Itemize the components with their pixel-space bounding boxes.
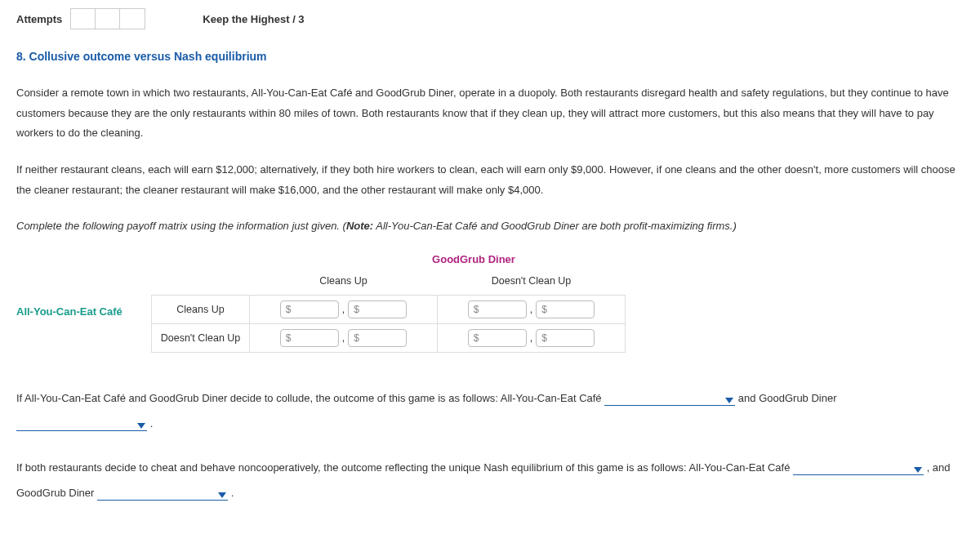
payoff-input-r1c2a[interactable]: $: [468, 300, 527, 318]
payoff-input-r2c2b[interactable]: $: [536, 329, 595, 347]
attempts-bar: Attempts Keep the Highest / 3: [16, 8, 964, 29]
collude-text-1: If All-You-Can-Eat Café and GoodGrub Din…: [16, 392, 604, 404]
payoff-matrix-section: GoodGrub Diner All-You-Can-Eat Café Clea…: [16, 253, 964, 353]
nash-text-3: .: [231, 487, 234, 499]
col-header-cleans: Cleans Up: [250, 270, 438, 296]
note-label: Note:: [346, 220, 373, 232]
nash-dropdown-1[interactable]: [793, 461, 924, 475]
attempts-label: Attempts: [16, 13, 62, 25]
chevron-down-icon: [137, 423, 145, 429]
payoff-input-r2c1a[interactable]: $: [280, 329, 339, 347]
chevron-down-icon: [914, 467, 922, 473]
collude-text-2: and GoodGrub Diner: [738, 392, 837, 404]
payoff-input-r1c2b[interactable]: $: [536, 300, 595, 318]
row-header-cleans: Cleans Up: [152, 296, 250, 324]
payoff-input-r1c1a[interactable]: $: [280, 300, 339, 318]
attempt-box-2[interactable]: [96, 9, 120, 29]
table-row: Doesn't Clean Up $ , $ $ , $: [152, 324, 626, 353]
col-header-doesnt: Doesn't Clean Up: [438, 270, 626, 296]
nash-dropdown-2[interactable]: [97, 486, 228, 501]
chevron-down-icon: [725, 398, 733, 403]
chevron-down-icon: [218, 492, 226, 498]
payoff-input-r1c1b[interactable]: $: [348, 300, 407, 318]
note-text: All-You-Can-Eat Café and GoodGrub Diner …: [373, 220, 737, 232]
scenario-paragraph-2: If neither restaurant cleans, each will …: [16, 160, 964, 200]
payoff-input-r2c2a[interactable]: $: [468, 329, 527, 347]
instruction-paragraph: Complete the following payoff matrix usi…: [16, 216, 964, 237]
instruction-pre: Complete the following payoff matrix usi…: [16, 220, 346, 232]
collude-dropdown-1[interactable]: [604, 391, 735, 406]
collude-question: If All-You-Can-Eat Café and GoodGrub Din…: [16, 385, 964, 436]
attempt-box-1[interactable]: [71, 9, 96, 29]
nash-text-1: If both restaurants decide to cheat and …: [16, 461, 793, 474]
keep-highest-label: Keep the Highest / 3: [203, 13, 304, 25]
row-player-label: All-You-Can-Eat Café: [16, 305, 151, 318]
question-title: 8. Collusive outcome versus Nash equilib…: [16, 50, 964, 63]
row-header-doesnt: Doesn't Clean Up: [152, 324, 250, 353]
scenario-paragraph-1: Consider a remote town in which two rest…: [16, 83, 964, 144]
attempt-boxes: [70, 8, 145, 29]
nash-question: If both restaurants decide to cheat and …: [16, 455, 964, 505]
payoff-input-r2c1b[interactable]: $: [348, 329, 407, 347]
attempt-box-3[interactable]: [120, 9, 145, 29]
collude-text-3: .: [150, 417, 154, 430]
payoff-matrix: Cleans Up Doesn't Clean Up Cleans Up $ ,…: [151, 270, 626, 353]
table-row: Cleans Up $ , $ $ , $: [152, 296, 626, 324]
column-player-label: GoodGrub Diner: [286, 253, 662, 265]
collude-dropdown-2[interactable]: [16, 416, 147, 431]
